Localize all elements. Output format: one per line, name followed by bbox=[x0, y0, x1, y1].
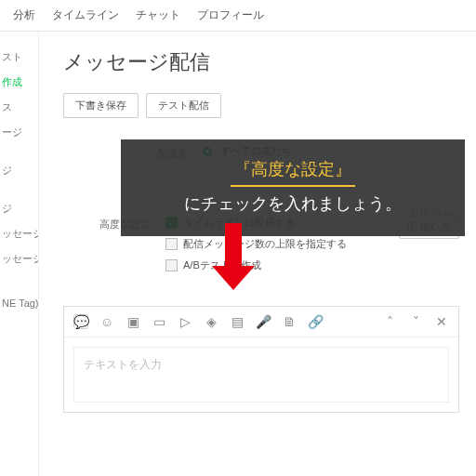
nav-chat[interactable]: チャット bbox=[136, 7, 180, 23]
sidebar-item-3[interactable]: ージ bbox=[0, 120, 34, 145]
sidebar-item-0[interactable]: スト bbox=[0, 45, 34, 70]
draft-save-button[interactable]: 下書き保存 bbox=[63, 93, 139, 118]
nav-timeline[interactable]: タイムライン bbox=[52, 7, 119, 23]
video-icon[interactable]: ▷ bbox=[178, 314, 192, 329]
close-icon[interactable]: ✕ bbox=[434, 314, 449, 329]
down-icon[interactable]: ˅ bbox=[408, 314, 423, 329]
test-send-button[interactable]: テスト配信 bbox=[146, 93, 221, 118]
editor-placeholder: テキストを入力 bbox=[84, 358, 162, 371]
mic-icon[interactable]: 🎤 bbox=[256, 314, 271, 329]
sidebar-item-tag[interactable]: NE Tag) bbox=[0, 292, 34, 314]
reserve-icon[interactable]: ▤ bbox=[230, 314, 245, 329]
overlay-text: にチェックを入れましょう。 bbox=[184, 194, 402, 213]
sidebar-item-create[interactable]: 作成 bbox=[0, 70, 34, 95]
main-panel: メッセージ配信 下書き保存 テスト配信 配信先 すべての友だち UTC +9:0… bbox=[39, 32, 476, 476]
nav-analysis[interactable]: 分析 bbox=[13, 7, 35, 23]
voice-icon[interactable]: ◈ bbox=[204, 314, 218, 329]
nav-profile[interactable]: プロフィール bbox=[197, 7, 264, 23]
image-icon[interactable]: ▣ bbox=[126, 314, 140, 329]
chat-icon[interactable]: 💬 bbox=[73, 314, 88, 329]
sidebar-item-2[interactable]: ス bbox=[0, 95, 34, 120]
opt-abtest[interactable]: A/Bテストを作成 bbox=[165, 258, 459, 272]
sidebar-item-4[interactable]: ジ bbox=[0, 158, 34, 183]
message-editor: 💬 ☺ ▣ ▭ ▷ ◈ ▤ 🎤 🗎 🔗 ˄ ˅ ✕ テキストを入力 bbox=[63, 306, 459, 413]
action-row: 下書き保存 テスト配信 bbox=[63, 93, 459, 118]
sidebar-item-7[interactable]: ッセージ bbox=[0, 246, 34, 271]
checkbox-icon[interactable] bbox=[165, 259, 178, 271]
opt-limit[interactable]: 配信メッセージ数の上限を指定する bbox=[165, 237, 459, 251]
up-icon[interactable]: ˄ bbox=[382, 314, 397, 329]
sidebar-item-5[interactable]: ジ bbox=[0, 196, 34, 221]
top-nav: 分析 タイムライン チャット プロフィール bbox=[0, 0, 476, 32]
card-icon[interactable]: ▭ bbox=[152, 314, 166, 329]
editor-toolbar: 💬 ☺ ▣ ▭ ▷ ◈ ▤ 🎤 🗎 🔗 ˄ ˅ ✕ bbox=[64, 307, 458, 337]
opt-limit-label: 配信メッセージ数の上限を指定する bbox=[183, 237, 347, 251]
checkbox-icon[interactable] bbox=[165, 238, 178, 250]
editor-textarea[interactable]: テキストを入力 bbox=[73, 347, 449, 403]
link-icon[interactable]: 🔗 bbox=[308, 314, 323, 329]
file-icon[interactable]: 🗎 bbox=[282, 314, 297, 329]
instruction-overlay: 『高度な設定』 にチェックを入れましょう。 bbox=[121, 139, 465, 236]
page-title: メッセージ配信 bbox=[63, 48, 459, 76]
sidebar: スト 作成 ス ージ ジ ジ ッセージ ッセージ NE Tag) bbox=[0, 32, 39, 476]
overlay-highlight: 『高度な設定』 bbox=[231, 156, 355, 187]
sidebar-item-6[interactable]: ッセージ bbox=[0, 221, 34, 246]
smile-icon[interactable]: ☺ bbox=[99, 314, 114, 329]
